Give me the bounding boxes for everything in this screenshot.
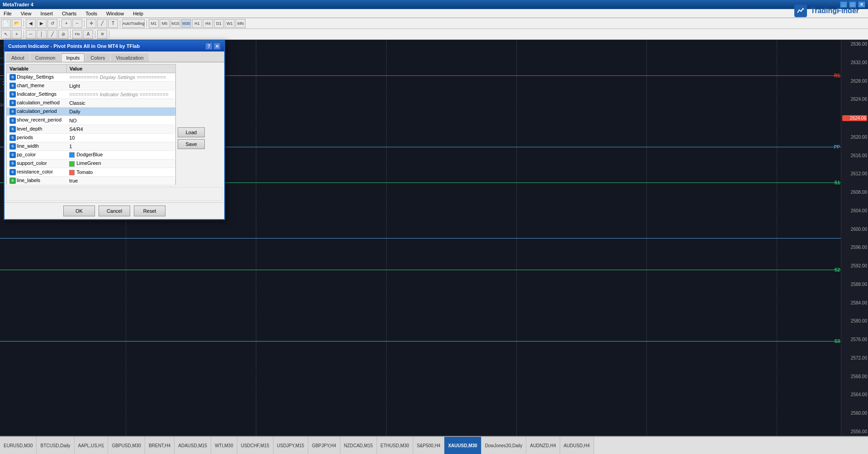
tab-usdchf-m15[interactable]: USDCHF,M15 — [237, 436, 274, 454]
tb-refresh[interactable]: ↺ — [47, 19, 57, 28]
app-title: MetaTrader 4 — [3, 2, 33, 7]
sep6 — [24, 31, 24, 38]
row-icon: S — [9, 135, 16, 141]
table-row[interactable]: Slevel_depth S4/R4 — [7, 125, 176, 133]
menu-view[interactable]: View — [19, 10, 33, 17]
val-calc-method: Classic — [66, 99, 175, 108]
dialog-help-button[interactable]: ? — [205, 42, 212, 50]
tb-fib[interactable]: Fib — [72, 30, 82, 39]
val-pp-color: DodgerBlue — [66, 150, 175, 159]
dialog-tab-common[interactable]: Common — [30, 53, 61, 62]
tf-logo-text: TradingFinder — [811, 7, 859, 15]
tb-m1[interactable]: M1 — [149, 19, 159, 28]
tb-m15[interactable]: M15 — [170, 19, 180, 28]
tab-xauusd-m30[interactable]: XAUUSD,M30 — [444, 436, 481, 454]
tab-eurusd-m30[interactable]: EURUSD,M30 — [0, 436, 37, 454]
table-row[interactable]: SIndicator_Settings ========== Indicator… — [7, 90, 176, 99]
val-support-color: LimeGreen — [66, 159, 175, 168]
tab-aapl-h1[interactable]: AAPL,US,H1 — [75, 436, 108, 454]
ok-button[interactable]: OK — [63, 206, 95, 216]
menu-file[interactable]: File — [2, 10, 14, 17]
sep3 — [84, 20, 85, 27]
tb-vline[interactable]: │ — [37, 30, 47, 39]
var-chart-theme: Schart_theme — [7, 82, 67, 90]
var-calc-period: Scalculation_period — [7, 108, 67, 116]
tb-w1[interactable]: W1 — [225, 19, 235, 28]
tb-mn[interactable]: MN — [236, 19, 245, 28]
tab-gbpusd-m30[interactable]: GBPUSD,M30 — [108, 436, 145, 454]
table-row[interactable]: SDisplay_Settings ========== Display Set… — [7, 73, 176, 82]
tb-fwd[interactable]: ▶ — [37, 19, 47, 28]
menu-window[interactable]: Window — [104, 10, 126, 17]
row-icon: S — [9, 91, 16, 98]
tab-adausd-m15[interactable]: ADAUSD,M15 — [175, 436, 211, 454]
tab-sp500-h4[interactable]: S&P500,H4 — [413, 436, 444, 454]
row-icon: S — [9, 126, 16, 132]
tab-gbpjpy-h4[interactable]: GBPJPY,H4 — [308, 436, 340, 454]
table-row[interactable]: Scalculation_method Classic — [7, 99, 176, 108]
dialog-tab-about[interactable]: About — [6, 53, 29, 62]
tab-btcusd-daily[interactable]: BTCUSD,Daily — [37, 436, 74, 454]
dialog-close-button[interactable]: ✕ — [213, 42, 221, 50]
tb-line[interactable]: ╱ — [97, 19, 107, 28]
table-row-selected[interactable]: Scalculation_period Daily — [7, 108, 176, 116]
dialog-tab-inputs[interactable]: Inputs — [61, 53, 85, 62]
tb-m5[interactable]: M5 — [160, 19, 170, 28]
val-line-labels: true — [66, 177, 175, 185]
menu-charts[interactable]: Charts — [60, 10, 78, 17]
tb-crosshair[interactable]: ✛ — [86, 19, 96, 28]
tf-logo-icon — [794, 5, 807, 17]
val-calc-period: Daily — [66, 108, 175, 116]
dialog-titlebar: Custom Indicator - Pivot Points All in O… — [5, 41, 224, 51]
dialog-tab-colors[interactable]: Colors — [85, 53, 110, 62]
load-button[interactable]: Load — [178, 127, 205, 137]
table-row[interactable]: Ssupport_color LimeGreen — [7, 159, 176, 168]
tab-brent-h4[interactable]: BRENT,H4 — [145, 436, 175, 454]
table-row[interactable]: Sline_labels true — [7, 177, 176, 185]
sep1 — [24, 20, 24, 27]
close-button[interactable]: ✕ — [858, 1, 865, 8]
tb-open[interactable]: 📂 — [12, 19, 22, 28]
tb-indicators[interactable]: ⚙ — [97, 30, 107, 39]
cancel-button[interactable]: Cancel — [99, 206, 130, 216]
tb-new[interactable]: 📄 — [1, 19, 11, 28]
tb-zoomin[interactable]: + — [61, 19, 71, 28]
tb-back[interactable]: ◀ — [26, 19, 36, 28]
col-value: Value — [66, 65, 175, 73]
menu-insert[interactable]: Insert — [38, 10, 55, 17]
tab-usdjpy-m15[interactable]: USDJPY,M15 — [274, 436, 308, 454]
title-bar: MetaTrader 4 _ □ ✕ — [0, 0, 868, 9]
tab-ethusd-m30[interactable]: ETHUSD,M30 — [377, 436, 413, 454]
tb-h4[interactable]: H4 — [203, 19, 213, 28]
tb-textlabel[interactable]: A — [83, 30, 93, 39]
tab-wti-m30[interactable]: WTI,M30 — [211, 436, 237, 454]
tb-cross[interactable]: + — [12, 30, 22, 39]
tb-d1[interactable]: D1 — [214, 19, 224, 28]
tb-hline[interactable]: ─ — [26, 30, 36, 39]
tab-dowjones-daily[interactable]: DowJones30,Daily — [481, 436, 527, 454]
tb-tline[interactable]: ╱ — [47, 30, 57, 39]
save-button[interactable]: Save — [178, 139, 205, 149]
var-calc-method: Scalculation_method — [7, 99, 67, 108]
tb-h1[interactable]: H1 — [192, 19, 202, 28]
table-row[interactable]: Sline_width 1 — [7, 142, 176, 150]
menu-help[interactable]: Help — [131, 10, 145, 17]
sep4 — [120, 20, 120, 27]
tb-m30[interactable]: M30 — [181, 19, 191, 28]
tab-nzdcad-m15[interactable]: NZDCAD,M15 — [340, 436, 377, 454]
table-row[interactable]: Schart_theme Light — [7, 82, 176, 90]
menu-tools[interactable]: Tools — [84, 10, 99, 17]
table-row[interactable]: Spp_color DodgerBlue — [7, 150, 176, 159]
tab-audusd-h4[interactable]: AUDUSD,H4 — [560, 436, 594, 454]
tb-zoomout[interactable]: − — [72, 19, 82, 28]
tb-channel[interactable]: ⊘ — [58, 30, 68, 39]
tb-text[interactable]: T — [108, 19, 118, 28]
tb-cursor[interactable]: ↖ — [1, 30, 11, 39]
tb-period-sep[interactable]: AutoTrading — [122, 19, 145, 28]
table-row[interactable]: Speriods 10 — [7, 133, 176, 142]
reset-button[interactable]: Reset — [134, 206, 165, 216]
table-row[interactable]: Sresistance_color Tomato — [7, 168, 176, 177]
dialog-tab-visualization[interactable]: Visualization — [111, 53, 149, 62]
table-row[interactable]: Sshow_recent_period NO — [7, 116, 176, 125]
tab-audnzd-h4[interactable]: AUDNZD,H4 — [526, 436, 560, 454]
